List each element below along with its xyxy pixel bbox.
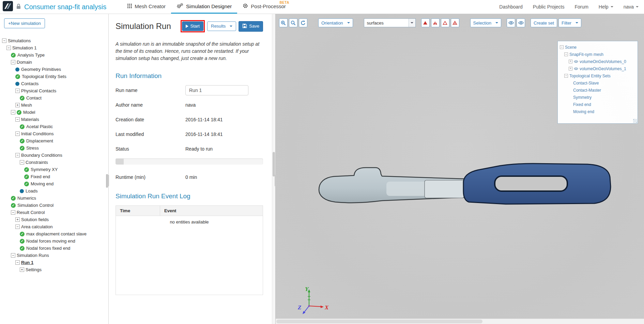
tree-expander-icon[interactable]: + xyxy=(15,217,20,222)
tree-expander-icon[interactable]: − xyxy=(11,253,15,258)
tree-item[interactable]: ✓ Displacement xyxy=(0,137,108,144)
scene-tree-item[interactable]: + volumeOnGeoVolumes_0 xyxy=(558,58,638,65)
sidebar-resize-handle[interactable] xyxy=(107,175,109,186)
tree-item[interactable]: + Mesh xyxy=(0,102,108,109)
tree-expander-icon[interactable]: − xyxy=(15,89,20,93)
panel-scrollbar-thumb[interactable] xyxy=(273,152,275,176)
tree-item[interactable]: ✓ Numerics xyxy=(0,195,108,202)
tree-item[interactable]: Loads xyxy=(0,187,108,195)
scene-tree-item[interactable]: Symmetry xyxy=(558,94,638,101)
tree-expander-icon[interactable]: + xyxy=(20,267,24,272)
tree-item[interactable]: − Simulation Runs xyxy=(0,252,108,259)
scene-tree-item[interactable]: Moving end xyxy=(558,108,638,115)
orientation-dropdown-button[interactable]: Orientation xyxy=(318,18,353,27)
tree-item[interactable]: ✓ Topological Entity Sets xyxy=(0,73,108,80)
tree-item[interactable]: − Physical Contacts xyxy=(0,87,108,94)
new-simulation-button[interactable]: +New simulation xyxy=(4,18,45,28)
tree-item[interactable]: − Materials xyxy=(0,116,108,123)
tree-item[interactable]: − Initial Conditions xyxy=(0,130,108,137)
scene-panel-resize-grip[interactable] xyxy=(633,119,637,123)
tree-item[interactable]: − Boundary Conditions xyxy=(0,152,108,159)
tree-expander-icon[interactable]: − xyxy=(11,210,15,215)
filter-dropdown-button[interactable]: Filter xyxy=(558,18,581,27)
scene-expander-icon[interactable]: − xyxy=(560,45,564,49)
tree-item[interactable]: ✓ Analysis Type xyxy=(0,51,108,59)
3d-viewport-canvas[interactable]: Orientation surfaces Selection xyxy=(276,14,644,324)
tree-item[interactable]: ✓ Nodal forces moving end xyxy=(0,237,108,245)
tree-expander-icon[interactable]: − xyxy=(15,132,20,136)
tab-post-processor[interactable]: BETA Post-Processor xyxy=(237,0,291,14)
tree-item[interactable]: ✓ Fixed end xyxy=(0,173,108,180)
tree-expander-icon[interactable]: − xyxy=(15,117,20,122)
panel-resize-handle[interactable] xyxy=(275,175,276,186)
tree-item[interactable]: ✓ Simulation Control xyxy=(0,202,108,209)
scene-tree-item[interactable]: − Topological Entity Sets xyxy=(558,72,638,79)
scene-tree-item[interactable]: + volumeOnGeoVolumes_1 xyxy=(558,65,638,72)
tree-expander-icon[interactable]: − xyxy=(2,38,6,43)
caret-down-icon[interactable] xyxy=(409,19,415,27)
tab-simulation-designer[interactable]: Simulation Designer xyxy=(171,0,237,14)
navbar-link[interactable]: Public Projects xyxy=(533,4,565,10)
save-button[interactable]: Save xyxy=(239,21,263,32)
red-triangle-stripe-button[interactable] xyxy=(431,18,440,27)
selection-dropdown-button[interactable]: Selection xyxy=(470,18,501,27)
tree-item[interactable]: − Constraints xyxy=(0,159,108,166)
navbar-link[interactable]: Help xyxy=(599,4,613,10)
red-triangle-hatched-button[interactable] xyxy=(451,18,459,27)
eye-icon[interactable] xyxy=(574,67,578,70)
tree-expander-icon[interactable]: − xyxy=(20,160,24,165)
tree-item[interactable]: − Run 1 xyxy=(0,259,108,266)
tree-expander-icon[interactable]: − xyxy=(15,225,20,229)
refresh-view-button[interactable] xyxy=(299,18,307,27)
tree-item[interactable]: ✓ Symmetry XY xyxy=(0,166,108,173)
red-triangle-outline-button[interactable] xyxy=(441,18,449,27)
scene-expander-icon[interactable]: + xyxy=(569,67,572,71)
red-triangle-solid-button[interactable] xyxy=(421,18,430,27)
tree-expander-icon[interactable]: − xyxy=(15,260,20,265)
scene-expander-icon[interactable]: − xyxy=(564,52,568,56)
tree-item[interactable]: Geometry Primitives xyxy=(0,66,108,73)
scene-expander-icon[interactable]: − xyxy=(564,74,568,78)
tree-expander-icon[interactable]: − xyxy=(11,60,15,64)
results-dropdown-button[interactable]: Results xyxy=(207,21,236,31)
app-logo[interactable] xyxy=(3,1,13,13)
scene-tree-item[interactable]: Contact-Master xyxy=(558,87,638,94)
run-name-input[interactable] xyxy=(185,85,248,95)
scene-tree-item[interactable]: − Scene xyxy=(558,44,638,51)
zoom-in-button[interactable] xyxy=(279,18,288,27)
tree-expander-icon[interactable]: + xyxy=(15,103,20,107)
navbar-link[interactable]: Dashboard xyxy=(499,4,523,10)
start-run-button[interactable]: Start xyxy=(182,21,203,31)
tree-item[interactable]: ✓ Nodal forces fixed end xyxy=(0,245,108,252)
tree-item[interactable]: ✓ Stress xyxy=(0,144,108,152)
viewport-horizontal-scrollbar[interactable] xyxy=(276,319,644,324)
tree-item[interactable]: ✓ Acetal Plastic xyxy=(0,123,108,130)
viewport-hscroll-thumb[interactable] xyxy=(276,320,482,323)
create-set-button[interactable]: Create set xyxy=(531,18,557,27)
show-selected-eye-button[interactable] xyxy=(507,18,515,27)
scene-expander-icon[interactable]: + xyxy=(569,60,572,63)
scene-tree-item[interactable]: Contact-Slave xyxy=(558,79,638,87)
tree-item[interactable]: − Domain xyxy=(0,59,108,66)
scene-tree-item[interactable]: − SnapFit-sym mesh xyxy=(558,51,638,58)
tree-item[interactable]: Contacts xyxy=(0,80,108,87)
scene-tree-item[interactable]: Fixed end xyxy=(558,101,638,108)
tree-item[interactable]: + Settings xyxy=(0,266,108,273)
surfaces-select[interactable]: surfaces xyxy=(364,18,416,27)
tree-item[interactable]: ✓ Contact xyxy=(0,94,108,102)
tree-item[interactable]: − Simulations xyxy=(0,37,108,44)
tree-item[interactable]: ✓ max displacment contact slave xyxy=(0,230,108,237)
tree-item[interactable]: − Simulation 1 xyxy=(0,44,108,51)
tree-item[interactable]: ✓ Moving end xyxy=(0,180,108,187)
tree-expander-icon[interactable]: − xyxy=(15,153,20,157)
tree-expander-icon[interactable]: − xyxy=(6,46,11,50)
tree-item[interactable]: − Result Control xyxy=(0,209,108,216)
hide-selected-eye-button[interactable] xyxy=(517,18,525,27)
navbar-link[interactable]: nava xyxy=(624,4,639,10)
tree-item[interactable]: − ✓ Model xyxy=(0,109,108,116)
tree-expander-icon[interactable]: − xyxy=(11,110,15,114)
tree-item[interactable]: + Solution fields xyxy=(0,216,108,223)
panel-scrollbar[interactable] xyxy=(272,14,275,324)
tab-mesh-creator[interactable]: Mesh Creator xyxy=(122,0,171,14)
eye-icon[interactable] xyxy=(574,60,578,63)
